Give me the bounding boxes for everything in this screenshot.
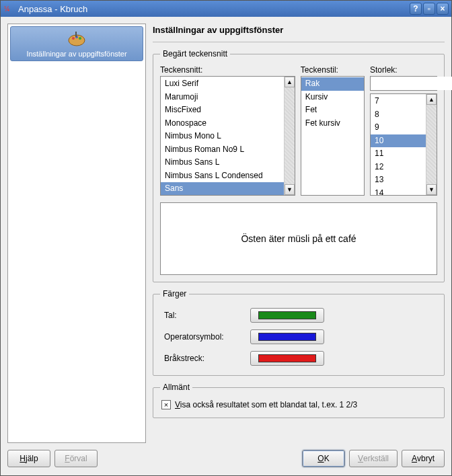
window-title: Anpassa - Kbruch (18, 4, 408, 14)
main-panel: Inställningar av uppgiftsfönster Begärt … (153, 24, 445, 443)
sidebar-item-label: Inställningar av uppgiftsfönster (26, 50, 126, 58)
scrollbar[interactable]: ▲ ▼ (284, 77, 295, 195)
scrollbar[interactable]: ▲ ▼ (426, 94, 437, 195)
scroll-up-icon[interactable]: ▲ (285, 77, 295, 87)
fraction-color-label: Bråkstreck: (164, 354, 245, 363)
list-item[interactable]: Sans (161, 182, 284, 195)
scroll-down-icon[interactable]: ▼ (285, 184, 295, 195)
titlebar: ¼ Anpassa - Kbruch ? ▫ × (1, 1, 451, 17)
dialog-window: ¼ Anpassa - Kbruch ? ▫ × Inställningar a… (0, 0, 452, 476)
svg-point-2 (72, 37, 75, 40)
operator-color-swatch (258, 333, 316, 341)
font-group-legend: Begärt teckensnitt (160, 49, 230, 58)
ok-button[interactable]: OK (302, 450, 345, 467)
font-preview-text: Östen äter müsli på ett café (241, 233, 356, 244)
separator (153, 42, 445, 42)
content-area: Inställningar av uppgiftsfönster Inställ… (1, 17, 451, 450)
sidebar-item-task-window-settings[interactable]: Inställningar av uppgiftsfönster (10, 26, 143, 61)
list-item[interactable]: 12 (371, 161, 426, 174)
apply-button: Verkställ (349, 450, 398, 467)
list-item[interactable]: 8 (371, 108, 426, 122)
list-item[interactable]: Nimbus Sans L Condensed (161, 169, 284, 183)
font-size-label: Storlek: (370, 65, 437, 75)
operator-color-label: Operatorsymbol: (164, 332, 245, 342)
maximize-button[interactable]: ▫ (423, 3, 435, 15)
list-item[interactable]: Kursiv (301, 91, 364, 104)
font-style-label: Teckenstil: (301, 65, 365, 75)
list-item[interactable]: Rak (301, 77, 364, 91)
scroll-down-icon[interactable]: ▼ (426, 184, 437, 195)
help-titlebar-button[interactable]: ? (410, 3, 422, 15)
mixed-number-label: Visa också resultatet som ett blandat ta… (175, 400, 357, 409)
close-button[interactable]: × (437, 3, 449, 15)
list-item[interactable]: 13 (371, 173, 426, 187)
font-style-listbox[interactable]: RakKursivFetFet kursiv (301, 76, 365, 196)
mixed-number-checkbox-row[interactable]: × Visa också resultatet som ett blandat … (160, 399, 437, 411)
list-item[interactable]: Luxi Serif (161, 77, 284, 91)
font-groupbox: Begärt teckensnitt Teckensnitt: Luxi Ser… (153, 49, 445, 282)
list-item[interactable]: Nimbus Mono L (161, 130, 284, 143)
palette-icon (13, 31, 140, 48)
fraction-color-button[interactable] (250, 351, 324, 366)
help-button[interactable]: Hjälp (7, 450, 50, 467)
list-item[interactable]: MiscFixed (161, 104, 284, 117)
general-group-legend: Allmänt (160, 383, 192, 392)
number-color-label: Tal: (164, 311, 245, 320)
list-item[interactable]: Monospace (161, 117, 284, 130)
sidebar: Inställningar av uppgiftsfönster (7, 24, 146, 443)
scroll-track[interactable] (426, 105, 437, 184)
scroll-up-icon[interactable]: ▲ (426, 94, 437, 105)
operator-color-button[interactable] (250, 329, 324, 344)
font-preview: Östen äter müsli på ett café (160, 202, 437, 275)
colors-group-legend: Färger (160, 289, 189, 299)
list-item[interactable]: 14 (371, 187, 426, 196)
svg-text:¼: ¼ (4, 5, 9, 13)
list-item[interactable]: 9 (371, 121, 426, 134)
svg-rect-5 (75, 32, 77, 37)
cancel-button[interactable]: Avbryt (402, 450, 445, 467)
font-family-label: Teckensnitt: (160, 65, 295, 75)
defaults-button: Förval (54, 450, 98, 467)
list-item[interactable]: Fet kursiv (301, 117, 364, 130)
button-bar: Hjälp Förval OK Verkställ Avbryt (1, 450, 451, 475)
list-item[interactable]: Marumoji (161, 91, 284, 104)
list-item[interactable]: 7 (371, 95, 426, 108)
svg-point-4 (79, 37, 81, 40)
app-icon: ¼ (3, 3, 14, 14)
colors-groupbox: Färger Tal: Operatorsymbol: Bråkstreck: (153, 289, 445, 376)
list-item[interactable]: Nimbus Sans L (161, 156, 284, 169)
number-color-button[interactable] (250, 308, 324, 323)
list-item[interactable]: Fet (301, 104, 364, 117)
scroll-track[interactable] (285, 87, 295, 184)
font-size-listbox[interactable]: 789101112131415 ▲ ▼ (370, 93, 437, 196)
list-item[interactable]: Nimbus Roman No9 L (161, 143, 284, 157)
page-title: Inställningar av uppgiftsfönster (153, 24, 445, 42)
font-size-input[interactable] (371, 77, 452, 90)
list-item[interactable]: 10 (371, 134, 426, 148)
fraction-color-swatch (258, 354, 316, 362)
number-color-swatch (258, 311, 316, 319)
general-groupbox: Allmänt × Visa också resultatet som ett … (153, 383, 445, 418)
list-item[interactable]: 11 (371, 147, 426, 161)
mixed-number-checkbox[interactable]: × (161, 400, 171, 409)
font-family-listbox[interactable]: Luxi SerifMarumojiMiscFixedMonospaceNimb… (160, 76, 295, 196)
font-size-spinbox[interactable]: ▲ ▼ (370, 76, 437, 91)
